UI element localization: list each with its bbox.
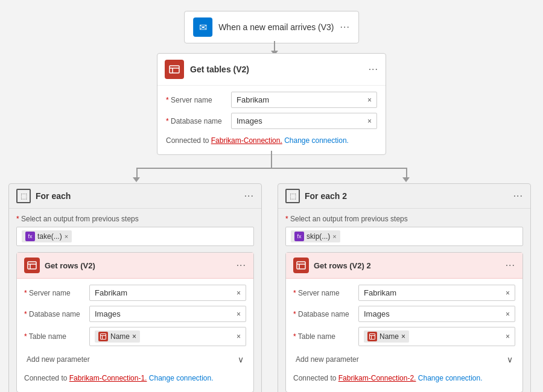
gr1-database-label: * Database name [24, 310, 84, 318]
foreach-2-token-icon: fx [294, 232, 304, 241]
foreach-1-header: ⬚ For each ··· [9, 184, 261, 209]
get-tables-header: Get tables (V2) ··· [157, 54, 386, 86]
foreach-2-output-label: * Select an output from previous steps [285, 215, 523, 223]
get-rows-2-body: * Server name Fabrikam × * Database name… [286, 279, 522, 392]
connection-name-link[interactable]: Fabrikam-Connection. [211, 136, 282, 145]
gr2-change-connection-link[interactable]: Change connection. [418, 374, 483, 382]
gr1-table-token: Name × [95, 330, 140, 343]
get-tables-body: * Server name Fabrikam × * Database name… [157, 86, 386, 154]
gr2-connection-name-link[interactable]: Fabrikam-Connection-2. [338, 374, 416, 382]
foreach-2-body: * Select an output from previous steps f… [278, 209, 530, 392]
gr1-add-param-button[interactable]: Add new parameter ∨ [24, 351, 246, 368]
gr1-database-row: * Database name Images × [24, 306, 246, 322]
gr2-add-param-button[interactable]: Add new parameter ∨ [293, 351, 515, 368]
foreach-2-token-remove-button[interactable]: × [332, 233, 336, 240]
gr2-table-row: * Table name Name × [293, 327, 515, 346]
gr1-server-input[interactable]: Fabrikam × [89, 285, 246, 301]
gr1-server-label: * Server name [24, 289, 84, 297]
trigger-more-button[interactable]: ··· [340, 22, 350, 33]
gr2-table-label: * Table name [293, 332, 354, 341]
gr1-change-connection-link[interactable]: Change connection. [149, 374, 214, 382]
gr2-server-row: * Server name Fabrikam × [293, 285, 515, 301]
gr2-server-label: * Server name [293, 289, 354, 297]
gr1-database-input[interactable]: Images × [89, 306, 246, 322]
foreach-1-block: ⬚ For each ··· * Select an output from p… [8, 183, 262, 392]
gr2-table-token: Name × [364, 330, 409, 343]
gr2-database-label: * Database name [293, 310, 354, 318]
server-input[interactable]: Fabrikam × [231, 92, 377, 108]
get-rows-1-title: Get rows (V2) [45, 261, 232, 270]
foreach-1-icon: ⬚ [16, 189, 31, 203]
gr2-table-input[interactable]: Name × × [358, 327, 515, 346]
get-rows-1-more-button[interactable]: ··· [237, 260, 246, 271]
split-hline [136, 168, 407, 169]
svg-rect-3 [28, 262, 36, 269]
gr1-server-clear[interactable]: × [237, 289, 241, 297]
gr1-connection-name-link[interactable]: Fabrikam-Connection-1. [69, 374, 147, 382]
foreach-2-token-field[interactable]: fx skip(...) × [285, 227, 523, 246]
connection-info: Connected to Fabrikam-Connection. Change… [166, 134, 377, 148]
get-rows-2-title: Get rows (V2) 2 [314, 261, 501, 270]
svg-rect-6 [101, 334, 106, 340]
gr1-table-label: * Table name [24, 332, 84, 341]
gr2-table-clear[interactable]: × [506, 332, 510, 341]
gr1-table-token-remove[interactable]: × [132, 332, 136, 341]
trigger-label: When a new email arrives (V3) [218, 22, 334, 32]
gr2-server-clear[interactable]: × [506, 289, 510, 297]
get-rows-2-more-button[interactable]: ··· [506, 260, 515, 271]
split-main-vline [271, 151, 272, 168]
foreach-1-output-label: * Select an output from previous steps [16, 215, 254, 223]
gr2-add-param-chevron: ∨ [507, 355, 513, 364]
server-label: * Server name [166, 96, 226, 104]
gr2-database-clear[interactable]: × [506, 310, 510, 318]
gr2-connection-info: Connected to Fabrikam-Connection-2. Chan… [293, 371, 515, 386]
foreach-1-more-button[interactable]: ··· [244, 191, 254, 201]
foreach-2-token: fx skip(...) × [291, 230, 340, 242]
gr2-table-token-remove[interactable]: × [401, 332, 405, 341]
gr1-table-token-icon [98, 332, 108, 341]
get-rows-2-header: Get rows (V2) 2 ··· [286, 253, 522, 279]
get-tables-title: Get tables (V2) [190, 65, 363, 74]
server-clear-button[interactable]: × [367, 96, 372, 104]
trigger-block: ✉ When a new email arrives (V3) ··· [184, 11, 359, 43]
foreach-1-token-remove-button[interactable]: × [65, 233, 68, 240]
gr1-table-row: * Table name Name × [24, 327, 246, 346]
get-tables-block: Get tables (V2) ··· * Server name Fabrik… [157, 53, 386, 155]
gr1-database-clear[interactable]: × [237, 310, 241, 318]
foreach-1-body: * Select an output from previous steps f… [9, 209, 261, 392]
database-label: * Database name [166, 117, 226, 125]
get-rows-2-block: Get rows (V2) 2 ··· * Server name Fabrik… [285, 252, 523, 392]
get-rows-1-block: Get rows (V2) ··· * Server name Fabrikam… [16, 252, 254, 392]
foreach-2-header: ⬚ For each 2 ··· [278, 184, 530, 209]
get-rows-2-icon [293, 258, 309, 273]
gr2-table-token-icon [367, 332, 377, 341]
get-rows-1-header: Get rows (V2) ··· [17, 253, 253, 279]
gr1-server-row: * Server name Fabrikam × [24, 285, 246, 301]
database-clear-button[interactable]: × [367, 117, 372, 125]
foreach-1-title: For each [36, 191, 240, 201]
server-field-row: * Server name Fabrikam × [166, 92, 377, 108]
foreach-2-title: For each 2 [305, 191, 509, 201]
foreach-1-token-field[interactable]: fx take(...) × [16, 227, 254, 246]
get-tables-more-button[interactable]: ··· [369, 64, 378, 75]
get-rows-1-body: * Server name Fabrikam × * Database name… [17, 279, 253, 392]
gr1-connection-info: Connected to Fabrikam-Connection-1. Chan… [24, 371, 246, 386]
gr1-add-param-chevron: ∨ [238, 355, 244, 364]
change-connection-link[interactable]: Change connection. [284, 136, 349, 145]
gr2-server-input[interactable]: Fabrikam × [358, 285, 515, 301]
gr2-database-row: * Database name Images × [293, 306, 515, 322]
gr1-table-clear[interactable]: × [237, 332, 241, 341]
foreach-2-icon: ⬚ [285, 189, 300, 203]
flow-canvas: ✉ When a new email arrives (V3) ··· Get … [0, 0, 543, 392]
database-field-row: * Database name Images × [166, 113, 377, 129]
database-input[interactable]: Images × [231, 113, 377, 129]
gr2-database-input[interactable]: Images × [358, 306, 515, 322]
get-tables-icon [165, 60, 184, 79]
right-arrow-tip [402, 177, 410, 182]
left-arrow-tip [133, 177, 140, 182]
gr1-table-input[interactable]: Name × × [89, 327, 246, 346]
foreach-2-block: ⬚ For each 2 ··· * Select an output from… [278, 183, 531, 392]
svg-rect-0 [170, 66, 179, 73]
foreach-2-more-button[interactable]: ··· [513, 191, 523, 201]
foreach-1-token: fx take(...) × [22, 230, 72, 242]
